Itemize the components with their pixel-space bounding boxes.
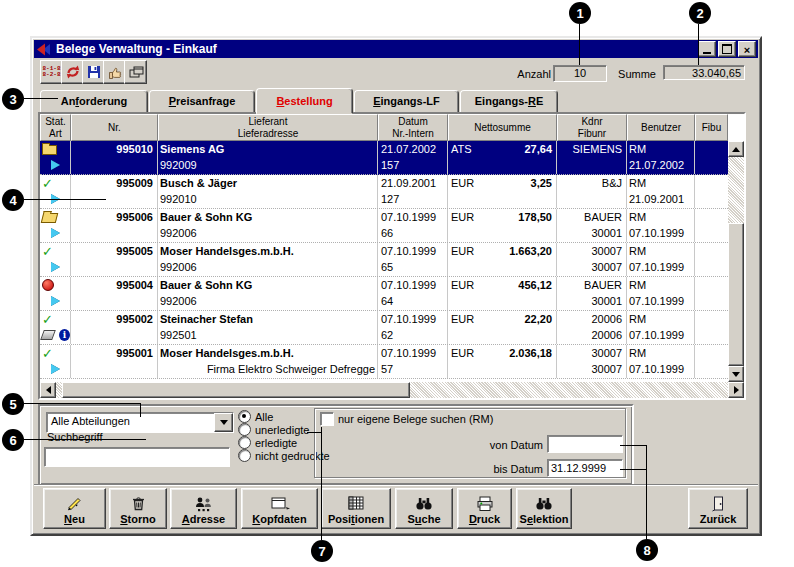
storno-button[interactable]: Storno [109,488,167,529]
horizontal-scrollbar[interactable] [40,382,744,398]
binoculars-icon [396,491,452,512]
check-icon [42,347,53,360]
positionen-button[interactable]: Positionen [321,488,391,529]
own-documents-checkbox[interactable] [320,412,334,426]
status-cell [40,345,71,378]
date-cell: 21.07.2002 157 [378,141,448,174]
arrow-up-icon [732,147,740,152]
callout-8-line [620,445,647,446]
supplier-cell: Moser Handelsges.m.b.H. 992006 [158,243,378,276]
currency: EUR [451,311,474,328]
supplier-cell: Moser Handelsges.m.b.H. Firma Elektro Sc… [158,345,378,378]
info-icon [59,329,70,341]
callout-3-line [24,98,58,99]
callout-7-line [321,427,322,540]
vertical-scroll-thumb[interactable] [728,223,744,366]
date-cell: 07.10.1999 65 [378,243,448,276]
title-bar[interactable]: Belege Verwaltung - Einkauf [34,40,758,58]
user: RM [627,311,694,328]
von-datum-input[interactable] [547,435,623,453]
tab-eingangs-lf[interactable]: Eingangs-LF [354,90,459,114]
status-cell [40,277,71,310]
scroll-down-button[interactable] [728,366,744,382]
header-lieferant: LieferantLieferadresse [158,114,378,141]
search-label: Suchbegriff [47,431,102,443]
minimize-button[interactable] [698,41,716,57]
doc-number-cell: 995001 [71,345,158,378]
table-row[interactable]: 995005 Moser Handelsges.m.b.H. 992006 07… [40,243,728,277]
callout-6-line [24,439,146,440]
date-cell: 21.09.2001 127 [378,175,448,208]
table-body: 995010 Siemens AG 992009 21.07.2002 157 … [40,141,728,379]
supplier-address: 992009 [158,158,377,174]
neu-button[interactable]: Neu [43,488,106,529]
date-cell: 07.10.1999 64 [378,277,448,310]
belege-numbers-button[interactable]: 8-1-88-2-8 [40,60,63,84]
close-icon [739,44,755,56]
internal-number: 62 [378,328,447,344]
doc-number: 995006 [71,209,157,226]
fibunr: 30001 [557,226,626,242]
table-row[interactable]: 995001 Moser Handelsges.m.b.H. Firma Ele… [40,345,728,379]
header-nettosumme: Nettosumme [448,114,557,141]
supplier-address: 992006 [158,294,377,310]
horizontal-scroll-thumb[interactable] [62,382,410,398]
net-amount: 1.663,20 [509,243,552,260]
callout-5: 5 [2,393,24,415]
maximize-button[interactable] [718,41,736,57]
search-input[interactable] [44,447,230,467]
dropdown-button[interactable] [214,413,233,432]
vertical-scrollbar[interactable] [728,141,744,382]
triangle-icon [51,262,60,272]
arrow-down-icon [732,372,740,377]
suche-button[interactable]: Suche [395,488,453,529]
scroll-right-button[interactable] [728,382,744,398]
save-button[interactable] [82,60,105,84]
callout-4: 4 [2,189,24,211]
table-row[interactable]: 995009 Busch & Jäger 992010 21.09.2001 1… [40,175,728,209]
user-cell: RM 07.10.1999 [627,311,695,344]
close-button[interactable] [738,41,756,57]
kdnr: 30007 [557,345,626,362]
scroll-left-button[interactable] [40,382,56,398]
approve-button[interactable] [103,60,126,84]
zurueck-button[interactable]: Zurück [688,488,748,529]
belege-numbers-icon: 8-1-88-2-8 [42,66,60,78]
currency: EUR [451,345,474,362]
scroll-up-button[interactable] [728,141,744,157]
table-row[interactable]: 995010 Siemens AG 992009 21.07.2002 157 … [40,141,728,175]
adresse-button[interactable]: Adresse [170,488,237,529]
tab-eingangs-re[interactable]: Eingangs-RE [460,90,558,114]
druck-button[interactable]: Druck [457,488,512,529]
von-datum-label: von Datum [433,439,543,451]
arrow-right-icon [734,386,739,394]
header-fibu: Fibu [695,114,728,141]
tab-preisanfrage[interactable]: Preisanfrage [149,90,255,114]
supplier-cell: Bauer & Sohn KG 992006 [158,209,378,242]
radio-erledigte[interactable]: erledigte [238,436,297,449]
maximize-icon [722,44,732,54]
tab-bestellung[interactable]: Bestellung [256,88,353,114]
callout-7-line [307,432,322,433]
window-icon [242,491,317,512]
net-sum-cell: EUR 22,20 [448,311,557,344]
refresh-button[interactable] [61,60,84,84]
supplier-address: 992006 [158,226,377,242]
cascade-windows-button[interactable] [124,60,147,84]
callout-2: 2 [689,2,711,24]
kdnr: BAUER [557,209,626,226]
printer-icon [458,491,511,512]
table-row[interactable]: 995004 Bauer & Sohn KG 992006 07.10.1999… [40,277,728,311]
table-row[interactable]: 995002 Steinacher Stefan 992501 07.10.19… [40,311,728,345]
table-row[interactable]: 995006 Bauer & Sohn KG 992006 07.10.1999… [40,209,728,243]
radio-unerledigte[interactable]: unerledigte [238,423,309,436]
radio-alle[interactable]: Alle [238,410,273,423]
supplier-name: Bauer & Sohn KG [158,277,377,294]
tab-anforderung[interactable]: Anforderung [40,90,148,114]
selektion-button[interactable]: Selektion [516,488,572,529]
kopfdaten-button[interactable]: Kopfdaten [241,488,318,529]
user-cell: RM 21.09.2001 [627,175,695,208]
user-date: 07.10.1999 [627,260,694,276]
bis-datum-input[interactable] [547,459,623,477]
net-amount: 3,25 [531,175,552,192]
